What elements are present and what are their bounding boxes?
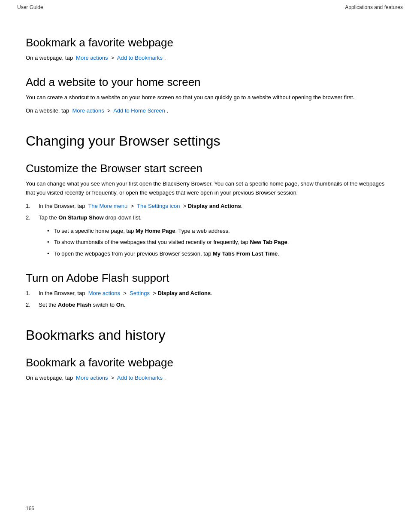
flash-step-1: 1. In the Browser, tap More actions > Se… [26, 289, 394, 298]
customize-step-1: 1. In the Browser, tap The More menu > T… [26, 202, 394, 211]
flash-steps-list: 1. In the Browser, tap More actions > Se… [26, 289, 394, 310]
section-title-add-website: Add a website to your home screen [26, 76, 394, 89]
changing-browser-settings-section: Changing your Browser settings [26, 133, 394, 149]
flash-step-2: 2. Set the Adobe Flash switch to On. [26, 301, 394, 310]
add-website-para-1: You can create a shortcut to a website o… [26, 93, 394, 102]
step-number-1: 1. [26, 202, 30, 211]
bullet-item-2: To show thumbnails of the webpages that … [47, 238, 394, 247]
startup-options-list: To set a specific home page, tap My Home… [47, 227, 394, 259]
flash-step-number-1: 1. [26, 289, 30, 298]
section-title-bookmarks-history: Bookmarks and history [26, 327, 394, 343]
more-actions-link-2[interactable]: More actions [72, 107, 104, 114]
customize-steps-list: 1. In the Browser, tap The More menu > T… [26, 202, 394, 222]
display-and-actions-1: Display and Actions [188, 203, 241, 209]
main-content: Bookmark a favorite webpage On a webpage… [0, 15, 420, 404]
add-website-para-2: On a website, tap More actions > Add to … [26, 107, 394, 116]
page-number: 166 [26, 506, 34, 512]
flash-step-number-2: 2. [26, 301, 30, 310]
bookmark-favorite-para-2: On a webpage, tap More actions > Add to … [26, 374, 394, 383]
section-title-changing-browser: Changing your Browser settings [26, 133, 394, 149]
adobe-flash-label: Adobe Flash [58, 302, 91, 308]
section-title-flash: Turn on Adobe Flash support [26, 271, 394, 285]
bookmark-favorite-para: On a webpage, tap More actions > Add to … [26, 54, 394, 63]
add-to-home-screen-link[interactable]: Add to Home Screen [113, 107, 165, 114]
the-settings-icon-link[interactable]: The Settings icon [137, 203, 180, 209]
display-and-actions-2: Display and Actions [158, 290, 211, 296]
on-label: On [116, 302, 124, 308]
settings-link[interactable]: Settings [130, 290, 150, 296]
bookmarks-history-section: Bookmarks and history [26, 327, 394, 343]
on-startup-show-label: On Startup Show [58, 214, 103, 221]
my-tabs-from-last-time-label: My Tabs From Last Time [213, 250, 278, 257]
more-actions-link-1[interactable]: More actions [76, 55, 108, 61]
section-title-customize-browser: Customize the Browser start screen [26, 162, 394, 175]
page-footer: 166 [26, 505, 34, 512]
customize-browser-para: You can change what you see when your fi… [26, 180, 394, 198]
customize-step-2: 2. Tap the On Startup Show drop-down lis… [26, 213, 394, 222]
section-title-bookmark-favorite-2: Bookmark a favorite webpage [26, 356, 394, 369]
section-title-bookmark-favorite: Bookmark a favorite webpage [26, 36, 394, 49]
header-left: User Guide [17, 3, 43, 11]
my-home-page-label: My Home Page [136, 228, 175, 234]
bullet-item-1: To set a specific home page, tap My Home… [47, 227, 394, 236]
the-more-menu-link[interactable]: The More menu [88, 203, 127, 209]
bullet-item-3: To open the webpages from your previous … [47, 250, 394, 259]
add-to-bookmarks-link-1[interactable]: Add to Bookmarks [117, 55, 163, 61]
more-actions-link-4[interactable]: More actions [76, 375, 108, 381]
page-container: User Guide Applications and features Boo… [0, 0, 420, 521]
header-right: Applications and features [345, 3, 403, 11]
step-number-2: 2. [26, 213, 30, 222]
new-tab-page-label: New Tab Page [250, 239, 287, 245]
add-to-bookmarks-link-2[interactable]: Add to Bookmarks [117, 375, 163, 381]
page-header: User Guide Applications and features [0, 0, 420, 15]
more-actions-link-3[interactable]: More actions [88, 290, 120, 296]
